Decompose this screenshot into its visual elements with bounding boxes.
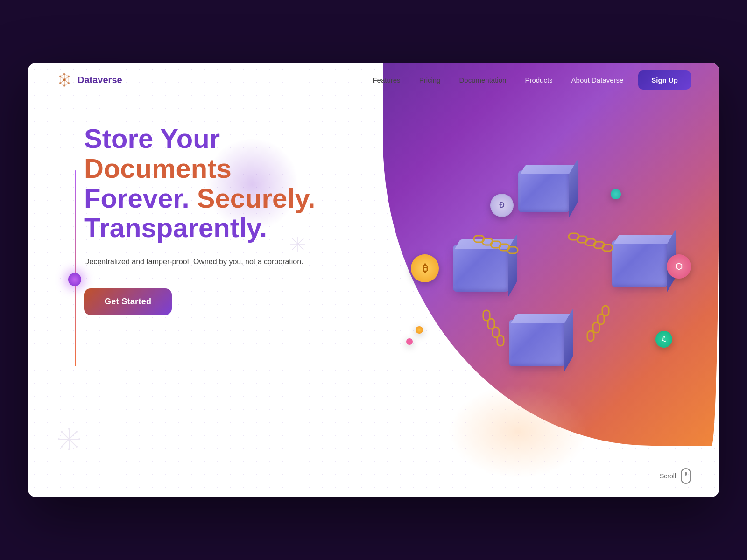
svg-point-30 <box>61 446 63 448</box>
hero-title-your2: Your <box>160 123 220 154</box>
svg-point-27 <box>61 431 63 433</box>
nav-documentation[interactable]: Documentation <box>459 76 506 84</box>
svg-rect-45 <box>594 242 604 248</box>
hero-title-documents: Documents <box>84 153 232 183</box>
svg-rect-54 <box>587 331 594 341</box>
scroll-icon <box>681 468 691 484</box>
get-started-button[interactable]: Get Started <box>84 288 172 315</box>
yellow-dot <box>416 326 423 334</box>
svg-line-9 <box>60 80 64 83</box>
nav-about[interactable]: About Dataverse <box>571 76 624 84</box>
svg-line-13 <box>60 74 64 76</box>
logo-area: Dataverse <box>56 71 122 88</box>
nav-products[interactable]: Products <box>525 76 552 84</box>
hero-title-store: Store <box>84 123 153 154</box>
svg-line-16 <box>64 83 69 85</box>
svg-rect-46 <box>602 245 613 251</box>
hero-title-forever: Forever. <box>84 183 190 213</box>
cube-bottom <box>509 320 565 366</box>
small-pink-dot <box>406 338 413 345</box>
svg-point-29 <box>76 431 78 433</box>
pink-coin: ⬡ <box>667 254 691 279</box>
svg-line-7 <box>60 77 64 80</box>
bitcoin-coin: ₿ <box>411 254 439 282</box>
svg-point-28 <box>76 446 78 448</box>
scroll-label: Scroll <box>660 472 676 480</box>
svg-line-10 <box>64 80 69 83</box>
svg-rect-52 <box>598 314 604 324</box>
teal-bottom-coin: ℒ <box>655 331 672 348</box>
svg-point-24 <box>68 448 70 450</box>
nav-links: Features Pricing Documentation Products … <box>373 76 623 84</box>
blockchain-visualization: ₿ Ð ⬡ ℒ <box>392 110 710 427</box>
svg-rect-47 <box>483 310 490 321</box>
svg-rect-44 <box>585 239 596 245</box>
snowflake-decoration-large <box>58 428 80 450</box>
browser-window: Dataverse Features Pricing Documentation… <box>28 63 719 497</box>
cube-mid-right <box>612 240 668 287</box>
cube-mid-left <box>453 245 509 292</box>
svg-rect-50 <box>497 336 504 346</box>
nav-features[interactable]: Features <box>373 76 400 84</box>
navbar: Dataverse Features Pricing Documentation… <box>28 63 719 97</box>
left-glow-dot <box>68 273 81 286</box>
hero-title: Store Your Documents Forever. Securely. … <box>84 124 345 243</box>
signup-button[interactable]: Sign Up <box>638 70 691 90</box>
cube-top <box>518 170 570 212</box>
dogecoin-coin: Ð <box>490 194 514 217</box>
svg-rect-49 <box>493 327 499 337</box>
svg-line-15 <box>60 83 64 85</box>
svg-line-14 <box>64 74 69 76</box>
svg-point-23 <box>68 428 70 430</box>
svg-point-31 <box>68 438 70 441</box>
svg-rect-43 <box>577 236 587 243</box>
hero-content: Store Your Documents Forever. Securely. … <box>84 124 345 315</box>
hero-title-securely: Securely. <box>197 183 316 213</box>
nav-pricing[interactable]: Pricing <box>419 76 441 84</box>
hero-subtitle: Decentralized and tamper-proof. Owned by… <box>84 256 345 268</box>
svg-line-8 <box>64 77 69 80</box>
svg-rect-48 <box>488 319 494 329</box>
svg-rect-53 <box>593 322 599 333</box>
logo-text: Dataverse <box>78 75 122 85</box>
svg-rect-42 <box>569 233 579 240</box>
scroll-indicator: Scroll <box>660 468 691 484</box>
vertical-accent-line <box>75 170 76 366</box>
svg-point-25 <box>58 438 60 440</box>
logo-icon <box>56 71 73 88</box>
svg-rect-51 <box>602 306 609 316</box>
hero-title-transparently: Transparently. <box>84 212 267 243</box>
teal-coin <box>611 189 621 199</box>
svg-point-26 <box>78 438 80 440</box>
